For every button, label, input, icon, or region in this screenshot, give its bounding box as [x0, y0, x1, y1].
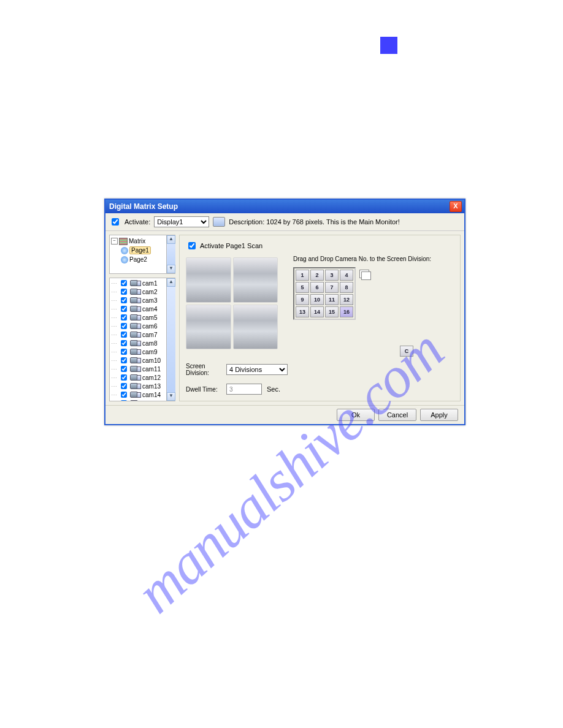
camera-icon: [130, 366, 141, 372]
numpad-button[interactable]: 14: [310, 306, 324, 317]
camera-checkbox[interactable]: [121, 306, 127, 312]
camera-checkbox[interactable]: [121, 349, 127, 355]
numpad-button[interactable]: 5: [296, 282, 309, 293]
camera-label: cam8: [142, 340, 157, 347]
numpad-button[interactable]: 12: [340, 294, 353, 305]
camera-label: cam4: [142, 306, 157, 313]
division-cell[interactable]: [186, 257, 231, 303]
apply-button[interactable]: Apply: [420, 409, 458, 421]
blue-square: [380, 37, 397, 54]
activate-page-scan-checkbox[interactable]: [188, 242, 196, 249]
camera-label: cam15: [142, 400, 161, 401]
scroll-down-icon[interactable]: ▼: [167, 265, 175, 273]
numpad-button[interactable]: C: [400, 346, 413, 357]
division-cell[interactable]: [233, 257, 278, 303]
camera-row[interactable]: ⋯cam13: [110, 382, 166, 390]
camera-checkbox[interactable]: [121, 392, 127, 398]
tree-page2[interactable]: Page2: [129, 256, 147, 263]
camera-row[interactable]: ⋯cam15: [110, 399, 166, 401]
cancel-button[interactable]: Cancel: [378, 409, 416, 421]
numpad-button[interactable]: 4: [340, 270, 353, 281]
camera-row[interactable]: ⋯cam7: [110, 330, 166, 339]
matrix-tree[interactable]: − Matrix Page1 Page2: [109, 235, 175, 274]
camera-checkbox[interactable]: [121, 314, 127, 320]
camera-label: cam10: [142, 357, 161, 364]
numpad-button[interactable]: 15: [325, 306, 339, 317]
camera-label: cam5: [142, 314, 157, 321]
camera-checkbox[interactable]: [121, 357, 127, 363]
camera-row[interactable]: ⋯cam5: [110, 313, 166, 322]
monitor-icon: [213, 217, 225, 227]
tree-root[interactable]: Matrix: [129, 238, 145, 245]
numpad-button[interactable]: 7: [325, 282, 339, 293]
numpad-button[interactable]: 3: [325, 270, 339, 281]
camera-checkbox[interactable]: [121, 374, 127, 381]
camera-icon: [130, 374, 141, 381]
scroll-up-icon[interactable]: ▲: [167, 235, 175, 244]
camera-checkbox[interactable]: [121, 340, 127, 346]
display-select[interactable]: Display1: [154, 216, 209, 227]
camera-checkbox[interactable]: [121, 289, 127, 295]
camera-row[interactable]: ⋯cam9: [110, 347, 166, 356]
camera-checkbox[interactable]: [121, 323, 127, 329]
scroll-down-icon[interactable]: ▼: [167, 392, 175, 401]
numpad-button[interactable]: 8: [340, 282, 353, 293]
ok-button[interactable]: Ok: [337, 409, 375, 421]
division-cell[interactable]: [233, 305, 278, 350]
camera-row[interactable]: ⋯cam8: [110, 339, 166, 347]
camera-row[interactable]: ⋯cam3: [110, 296, 166, 305]
camera-label: cam12: [142, 374, 161, 381]
camera-row[interactable]: ⋯cam1: [110, 279, 166, 287]
activate-checkbox[interactable]: [112, 218, 119, 226]
numpad-button[interactable]: 10: [310, 294, 324, 305]
camera-row[interactable]: ⋯cam11: [110, 365, 166, 373]
numpad-button[interactable]: 13: [296, 306, 309, 317]
camera-checkbox[interactable]: [121, 297, 127, 303]
numpad-button[interactable]: 16: [340, 306, 353, 317]
camera-checkbox[interactable]: [121, 332, 127, 338]
camera-row[interactable]: ⋯cam12: [110, 373, 166, 382]
camera-row[interactable]: ⋯cam14: [110, 390, 166, 399]
titlebar[interactable]: Digital Matrix Setup X: [105, 200, 464, 213]
camera-row[interactable]: ⋯cam10: [110, 356, 166, 365]
page-config-panel: Activate Page1 Scan Drag and Drop Camera…: [179, 235, 461, 401]
tree-scrollbar[interactable]: ▲ ▼: [166, 235, 175, 273]
scroll-up-icon[interactable]: ▲: [167, 278, 175, 287]
camera-row[interactable]: ⋯cam4: [110, 305, 166, 313]
camera-icon: [130, 340, 141, 346]
dwell-time-input[interactable]: [226, 384, 262, 395]
numpad-button[interactable]: 1: [296, 270, 309, 281]
numpad-button[interactable]: 11: [325, 294, 339, 305]
screen-division-preview[interactable]: [186, 257, 278, 349]
camera-checkbox[interactable]: [121, 400, 127, 401]
camera-label: cam3: [142, 297, 157, 304]
tree-page1[interactable]: Page1: [129, 246, 151, 254]
camera-label: cam9: [142, 349, 157, 355]
camera-icon: [130, 392, 141, 398]
top-row: Activate: Display1 Description: 1024 by …: [105, 213, 464, 231]
numpad-button[interactable]: 2: [310, 270, 324, 281]
page-icon: [121, 247, 128, 254]
page-icon: [121, 256, 128, 264]
camera-row[interactable]: ⋯cam2: [110, 287, 166, 296]
list-scrollbar[interactable]: ▲ ▼: [166, 278, 175, 401]
cascade-icon[interactable]: [359, 270, 369, 278]
division-cell[interactable]: [186, 305, 231, 350]
camera-checkbox[interactable]: [121, 383, 127, 389]
digital-matrix-setup-dialog: Digital Matrix Setup X Activate: Display…: [104, 199, 465, 425]
close-button[interactable]: X: [450, 201, 462, 212]
expand-icon[interactable]: −: [111, 238, 118, 245]
camera-icon: [130, 297, 141, 303]
numpad-button[interactable]: 6: [310, 282, 324, 293]
camera-row[interactable]: ⋯cam6: [110, 322, 166, 330]
activate-label: Activate:: [124, 218, 150, 226]
camera-icon: [130, 383, 141, 389]
camera-icon: [130, 349, 141, 355]
camera-checkbox[interactable]: [121, 280, 127, 286]
camera-numpad: 12345678910111213141516C: [293, 267, 356, 320]
camera-icon: [130, 306, 141, 312]
numpad-button[interactable]: 9: [296, 294, 309, 305]
screen-division-select[interactable]: 4 Divisions: [226, 364, 288, 375]
camera-list[interactable]: ⋯cam1⋯cam2⋯cam3⋯cam4⋯cam5⋯cam6⋯cam7⋯cam8…: [109, 278, 175, 401]
camera-checkbox[interactable]: [121, 366, 127, 372]
